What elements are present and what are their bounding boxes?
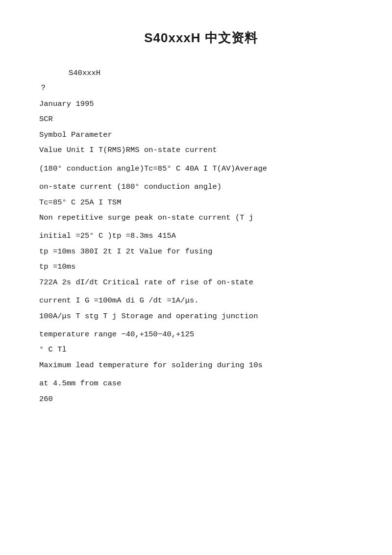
line-19: Maximum lead temperature for soldering d…: [39, 358, 363, 373]
line-20: at 4.5mm from case: [39, 377, 363, 391]
line-15: current I G =100mA di G /dt =1A/μs.: [39, 294, 363, 308]
line-4: SCR: [39, 112, 363, 126]
line-7: (180° conduction angle)Tc=85° C 40A I T(…: [39, 162, 363, 176]
page-title: S40xxxH 中文资料: [39, 29, 363, 47]
line-1: S40xxxH: [39, 66, 363, 80]
line-6: Value Unit I T(RMS)RMS on-state current: [39, 143, 363, 157]
line-13: tp =10ms: [39, 260, 363, 274]
line-17: temperature range −40,+150−40,+125: [39, 328, 363, 342]
line-10: Non repetitive surge peak on-state curre…: [39, 211, 363, 225]
line-11: initial =25° C )tp =8.3ms 415A: [39, 229, 363, 243]
line-18: ° C Tl: [39, 343, 363, 357]
line-21: 260: [39, 392, 363, 406]
line-3: January 1995: [39, 97, 363, 111]
line-2: ？: [39, 81, 363, 96]
line-9: Tc=85° C 25A I TSM: [39, 196, 363, 210]
line-5: Symbol Parameter: [39, 128, 363, 142]
line-16: 100A/μs T stg T j Storage and operating …: [39, 309, 363, 324]
line-8: on-state current (180° conduction angle): [39, 180, 363, 194]
content-area: S40xxxH ？ January 1995 SCR Symbol Parame…: [39, 66, 363, 406]
line-12: tp =10ms 380I 2t I 2t Value for fusing: [39, 245, 363, 259]
line-14: 722A 2s dI/dt Critical rate of rise of o…: [39, 276, 363, 290]
